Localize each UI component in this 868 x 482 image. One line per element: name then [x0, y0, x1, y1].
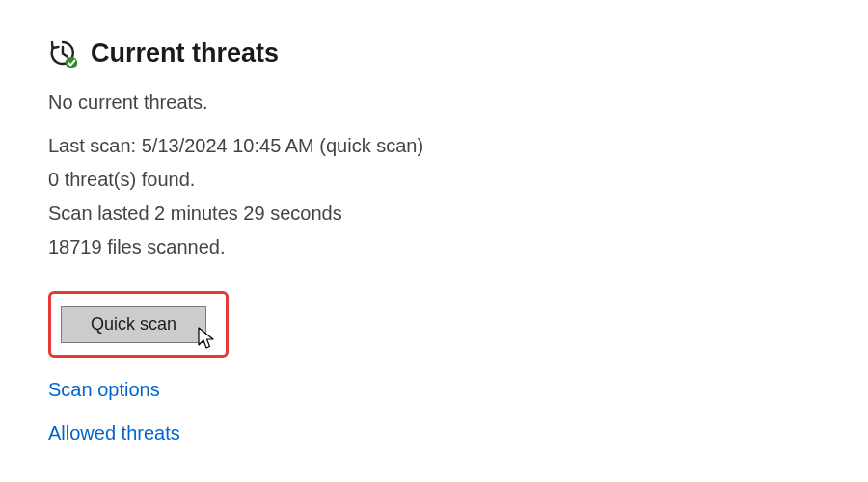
last-scan-line: Last scan: 5/13/2024 10:45 AM (quick sca…	[48, 129, 820, 163]
allowed-threats-link[interactable]: Allowed threats	[48, 422, 180, 444]
scan-details: Last scan: 5/13/2024 10:45 AM (quick sca…	[48, 129, 820, 264]
files-scanned-line: 18719 files scanned.	[48, 230, 820, 264]
section-header: Current threats	[48, 39, 820, 68]
history-shield-icon	[48, 40, 77, 68]
scan-duration-line: Scan lasted 2 minutes 29 seconds	[48, 197, 820, 230]
section-title: Current threats	[91, 39, 279, 68]
threats-found-line: 0 threat(s) found.	[48, 163, 820, 197]
scan-options-link[interactable]: Scan options	[48, 379, 160, 401]
svg-point-0	[66, 56, 77, 67]
status-no-threats: No current threats.	[48, 92, 820, 114]
quick-scan-button[interactable]: Quick scan	[61, 306, 206, 343]
highlight-annotation: Quick scan	[48, 291, 229, 358]
